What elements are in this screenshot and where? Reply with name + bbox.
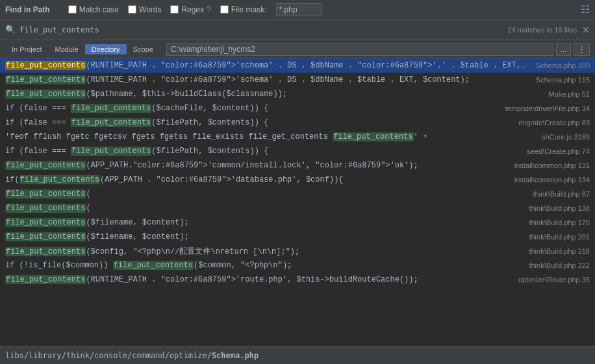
result-code-7: if (false === file_put_contents($filePat… — [5, 147, 519, 156]
match-highlight: file_put_contents — [113, 261, 194, 270]
regex-checkbox[interactable] — [170, 5, 179, 14]
result-file-15: think\Build.php 222 — [529, 261, 590, 269]
status-bar: libs/library/think/console/command/optim… — [0, 346, 595, 364]
file-mask-checkbox[interactable] — [220, 5, 229, 14]
table-row[interactable]: if (false === file_put_contents($filePat… — [0, 115, 595, 130]
result-file-11: think\Build.php 138 — [529, 204, 590, 212]
table-row[interactable]: if(file_put_contents(APP_PATH . "color:#… — [0, 173, 595, 187]
clear-search-icon[interactable]: ✕ — [582, 25, 590, 35]
search-input[interactable] — [19, 25, 508, 34]
result-code-11: file_put_contents( — [5, 204, 521, 213]
result-file-3: Make.php 51 — [548, 90, 590, 98]
status-path-prefix: libs/library/think/console/command/optim… — [5, 351, 212, 360]
table-row[interactable]: file_put_contents(think\Build.php 87 — [0, 187, 595, 201]
search-bar: 🔍 24 matches in 16 files ✕ — [0, 19, 595, 40]
tab-in-project[interactable]: In Project — [5, 44, 48, 55]
table-row[interactable]: file_put_contents(APP_PATH."color:#6a875… — [0, 158, 595, 173]
result-file-13: think\Build.php 201 — [529, 233, 590, 241]
match-highlight: file_put_contents — [5, 61, 86, 70]
result-code-15: if (!is_file($common)) file_put_contents… — [5, 261, 521, 270]
result-code-1: file_put_contents(RUNTIME_PATH . "color:… — [5, 61, 528, 70]
result-code-12: file_put_contents($filename, $content); — [5, 218, 521, 227]
result-code-13: file_put_contents($filename, $content); — [5, 232, 521, 241]
tab-scope[interactable]: Scope — [127, 44, 160, 55]
toolbar-title: Find in Path — [5, 5, 50, 14]
result-file-1: Schema.php 100 — [536, 62, 590, 69]
result-file-14: think\Build.php 218 — [529, 247, 590, 255]
status-path: libs/library/think/console/command/optim… — [5, 351, 259, 360]
directory-path-input[interactable] — [166, 43, 553, 56]
status-path-filename: Schema.php — [212, 351, 259, 360]
words-label: Words — [139, 5, 161, 14]
result-code-5: if (false === file_put_contents($filePat… — [5, 118, 511, 127]
match-highlight: file_put_contents — [5, 232, 86, 241]
result-code-8: file_put_contents(APP_PATH."color:#6a875… — [5, 161, 507, 170]
result-code-10: file_put_contents( — [5, 189, 525, 199]
table-row[interactable]: file_put_contents(RUNTIME_PATH . "color:… — [0, 273, 595, 287]
browse-button[interactable]: ... — [556, 43, 571, 56]
match-highlight: file_put_contents — [5, 161, 86, 170]
match-highlight: file_put_contents — [19, 175, 100, 184]
file-mask-option[interactable]: File mask: — [220, 5, 267, 14]
path-input-wrapper: ... ⋮ — [166, 43, 590, 56]
search-icon: 🔍 — [5, 25, 16, 34]
result-file-8: install\common.php 131 — [514, 162, 590, 169]
match-highlight: file_put_contents — [71, 118, 151, 127]
table-row[interactable]: file_put_contents(RUNTIME_PATH . "color:… — [0, 73, 595, 87]
tab-directory[interactable]: Directory — [85, 44, 127, 55]
result-file-10: think\Build.php 87 — [533, 190, 590, 198]
regex-option[interactable]: Regex? — [170, 5, 210, 14]
regex-question-mark: ? — [207, 5, 211, 14]
search-results-count: 24 matches in 16 files — [508, 26, 577, 34]
expand-button[interactable]: ⋮ — [574, 43, 590, 56]
tab-module[interactable]: Module — [48, 44, 84, 55]
filter-icon[interactable]: ☷ — [581, 3, 590, 16]
result-file-6: shCore.js 3189 — [542, 133, 590, 141]
table-row[interactable]: file_put_contents($filename, $content);t… — [0, 215, 595, 230]
result-file-9: install\common.php 134 — [514, 176, 590, 184]
match-highlight: file_put_contents — [5, 75, 86, 84]
result-code-4: if (false === file_put_contents($cacheFi… — [5, 104, 498, 113]
result-code-3: file_put_contents($pathname, $this->buil… — [5, 90, 540, 99]
table-row[interactable]: if (!is_file($common)) file_put_contents… — [0, 258, 595, 273]
match-highlight: file_put_contents — [5, 189, 86, 199]
toolbar-options: Match case Words Regex? File mask: — [68, 3, 573, 16]
words-option[interactable]: Words — [128, 5, 161, 14]
match-case-option[interactable]: Match case — [68, 5, 119, 14]
match-highlight: file_put_contents — [5, 218, 86, 227]
table-row[interactable]: 'feof fflush fgetc fgetcsv fgets fgetss … — [0, 130, 595, 144]
table-row[interactable]: if (false === file_put_contents($cacheFi… — [0, 101, 595, 115]
result-file-4: template\driver\File.php 34 — [505, 104, 590, 112]
match-highlight: file_put_contents — [5, 204, 86, 213]
result-file-12: think\Build.php 170 — [529, 219, 590, 226]
match-case-label: Match case — [79, 5, 119, 14]
result-code-2: file_put_contents(RUNTIME_PATH . "color:… — [5, 75, 528, 84]
file-mask-input[interactable] — [276, 3, 322, 16]
match-case-checkbox[interactable] — [68, 5, 77, 14]
result-code-16: file_put_contents(RUNTIME_PATH . "color:… — [5, 275, 511, 284]
result-code-6: 'feof fflush fgetc fgetcsv fgets fgetss … — [5, 132, 534, 141]
table-row[interactable]: file_put_contents(think\Build.php 138 — [0, 201, 595, 215]
table-row[interactable]: file_put_contents(RUNTIME_PATH . "color:… — [0, 58, 595, 73]
match-highlight: file_put_contents — [5, 90, 86, 99]
table-row[interactable]: file_put_contents($filename, $content);t… — [0, 230, 595, 244]
results-area: file_put_contents(RUNTIME_PATH . "color:… — [0, 58, 595, 346]
file-mask-label: File mask: — [231, 5, 267, 14]
match-highlight: file_put_contents — [333, 132, 413, 141]
toolbar: Find in Path Match case Words Regex? Fil… — [0, 0, 595, 19]
table-row[interactable]: if (false === file_put_contents($filePat… — [0, 144, 595, 158]
table-row[interactable]: file_put_contents($config, "<?php\n//配置文… — [0, 244, 595, 258]
scope-bar: In Project Module Directory Scope ... ⋮ — [0, 40, 595, 58]
result-file-7: seed\Create.php 74 — [527, 147, 590, 155]
result-code-14: file_put_contents($config, "<?php\n//配置文… — [5, 246, 521, 257]
result-file-16: optimize\Route.php 35 — [518, 276, 590, 284]
result-file-5: migrate\Create.php 83 — [519, 119, 590, 127]
match-highlight: file_put_contents — [5, 275, 86, 284]
words-checkbox[interactable] — [128, 5, 136, 14]
match-highlight: file_put_contents — [71, 147, 151, 156]
match-highlight: file_put_contents — [5, 247, 86, 256]
result-file-2: Schema.php 115 — [536, 76, 590, 84]
match-highlight: file_put_contents — [71, 104, 151, 113]
result-code-9: if(file_put_contents(APP_PATH . "color:#… — [5, 175, 507, 184]
table-row[interactable]: file_put_contents($pathname, $this->buil… — [0, 87, 595, 101]
